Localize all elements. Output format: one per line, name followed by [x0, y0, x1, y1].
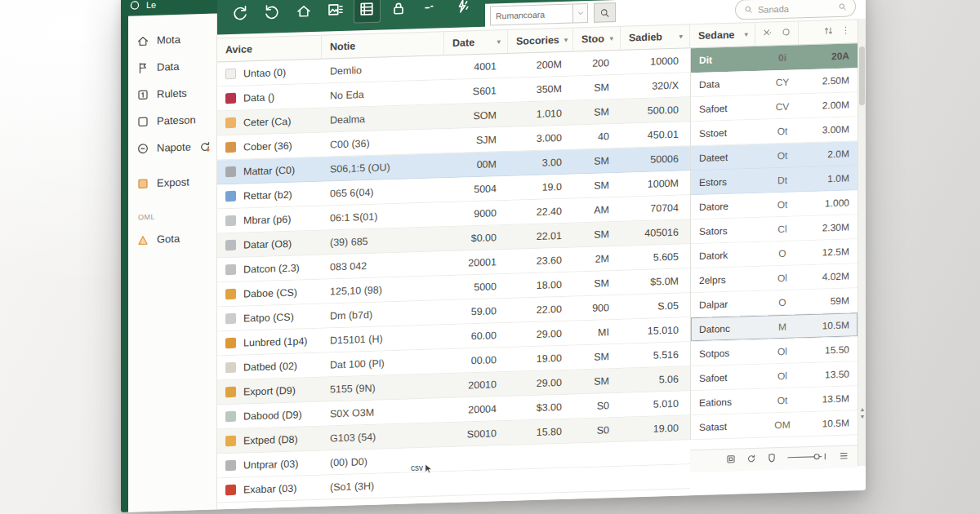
panel-row[interactable]: SatastOM10.5M [691, 410, 858, 440]
panel-row-name: Safoet [699, 370, 763, 383]
cell-date [444, 470, 508, 495]
menu-button[interactable] [838, 450, 849, 464]
scrollbar-thumb[interactable] [859, 47, 865, 105]
cell-notie: No Eda [322, 80, 444, 107]
address-input[interactable] [490, 4, 573, 26]
cell-sadieb: 5.010 [621, 391, 690, 417]
panel-scrollbar[interactable]: ▲▼ [858, 19, 866, 466]
card-button[interactable] [725, 453, 737, 467]
header-filter-icons [755, 21, 799, 46]
cell-notie: 065 6(04) [322, 178, 444, 205]
category-chip [225, 436, 236, 446]
brand-circle-icon [128, 0, 141, 12]
panel-row-name: Eations [699, 395, 763, 408]
undo-button[interactable] [227, 0, 254, 27]
sort-caret-icon: ▾ [674, 33, 683, 41]
cell-notie: D15101 (H) [322, 325, 444, 352]
cell-sadieb: $5.0M [621, 268, 690, 295]
scrollbar-arrows[interactable]: ▲▼ [858, 405, 866, 420]
category-chip [225, 215, 236, 226]
address-dropdown-button[interactable] [573, 3, 588, 24]
cell-stoo: 2M [573, 246, 621, 272]
panel-row-value: 2.0M [802, 148, 849, 161]
panel-row-code: Ot [763, 125, 802, 137]
address-search-button[interactable] [594, 2, 616, 23]
sidebar-item-expost[interactable]: Expost [128, 168, 216, 197]
cell-stoo: SM [573, 344, 621, 370]
cell-sadieb: 5.06 [621, 366, 690, 392]
panel-row-value: 12.5M [802, 246, 849, 259]
sort-updown-button[interactable] [823, 25, 834, 38]
clear-filter-button[interactable] [762, 27, 773, 40]
home-button[interactable] [291, 0, 318, 25]
cell-date: SJM [444, 127, 508, 153]
sidebar-item-napote[interactable]: Napote [128, 133, 216, 162]
column-label: Socories [516, 34, 559, 47]
quick-search-field[interactable]: Sanada [735, 0, 856, 20]
cell-stoo: SM [573, 75, 621, 100]
refresh-icon[interactable] [198, 140, 212, 153]
row-name: Dabood (D9) [243, 409, 302, 422]
shield-button[interactable] [766, 452, 777, 467]
sidebar-item-data[interactable]: Data [128, 52, 216, 82]
cell-date: $0.00 [444, 225, 508, 250]
panel-row-name: Safoet [699, 101, 763, 114]
cell-notie: S06,1:5 (OU) [322, 153, 444, 180]
panel-row-value: 13.50 [802, 368, 849, 381]
ribbon-toolbar [217, 0, 485, 34]
sort-caret-icon: ▾ [492, 38, 501, 46]
column-header-date[interactable]: Date▾ [444, 30, 508, 55]
sidebar-item-gota[interactable]: Gota [128, 224, 216, 254]
cell-notie: Demlio [322, 55, 444, 82]
column-label: Sedane [698, 29, 734, 42]
column-label: Avice [225, 43, 252, 55]
cell-date: 20004 [444, 397, 508, 422]
lock-button[interactable] [385, 0, 412, 22]
column-label: Date [452, 37, 474, 49]
panel-row-code: Ol [763, 272, 802, 284]
column-header-sadieb[interactable]: Sadieb▾ [621, 24, 690, 50]
column-header-stoo[interactable]: Stoo▾ [573, 27, 621, 51]
category-chip [225, 166, 236, 177]
row-name: Rettar (b2) [243, 188, 292, 202]
row-name: Data () [243, 91, 274, 104]
column-header-socories[interactable]: Socories▾ [508, 29, 573, 53]
category-chip [225, 289, 236, 299]
image-doc-button[interactable] [322, 0, 349, 24]
cell-socories: 3.000 [508, 126, 573, 151]
rotate-button[interactable] [746, 452, 757, 467]
circle-button[interactable] [781, 27, 791, 40]
address-group [490, 2, 616, 26]
cursor-label: csv [411, 463, 423, 472]
cell-notie: G103 (54) [322, 423, 444, 450]
panel-row-value: 2.50M [802, 74, 849, 87]
cell-stoo: SM [573, 173, 621, 198]
panel-row-value: 2.00M [802, 99, 849, 112]
card-icon [725, 453, 737, 464]
panel-row-name: Sstoet [699, 126, 763, 139]
panel-column-0: Dit [699, 53, 763, 66]
cursor-arrow-icon [424, 463, 433, 474]
cell-stoo: SM [573, 148, 621, 174]
rotate-icon [746, 452, 757, 463]
redo-button[interactable] [259, 0, 286, 26]
column-header-sedane[interactable]: Sedane▾ [690, 23, 755, 47]
flash-button[interactable] [448, 0, 475, 20]
column-header-notie: Notie [322, 32, 444, 58]
table-button[interactable] [354, 0, 381, 24]
dots-button[interactable] [840, 24, 851, 38]
panel-row-code: CY [763, 76, 802, 88]
sidebar-item-label: Napote [157, 140, 191, 153]
sidebar-item-rulets[interactable]: Rulets [128, 79, 216, 109]
dash-button[interactable] [417, 0, 444, 21]
flash-icon [454, 0, 470, 15]
sidebar-item-pateson[interactable]: Pateson [128, 106, 216, 135]
zoom-slider[interactable] [786, 450, 829, 467]
wall-background: Le MotaDataRuletsPatesonNapoteExpost OML… [0, 0, 980, 514]
cell-stoo: AM [573, 197, 621, 223]
cell-stoo: SM [573, 369, 621, 394]
cell-date: 5000 [444, 274, 508, 299]
sidebar-item-mota[interactable]: Mota [128, 25, 216, 55]
cell-avice: Mattar (C0) [217, 157, 322, 184]
cell-socories [508, 444, 573, 469]
